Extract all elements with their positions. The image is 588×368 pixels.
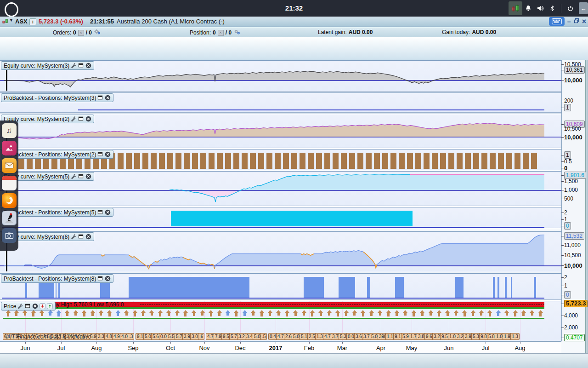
- close-panel-icon[interactable]: [85, 173, 91, 179]
- chart-panel-p5[interactable]: Equity curve: MySystem(5): [0, 171, 561, 206]
- position-bar: [217, 153, 223, 169]
- close-panel-icon[interactable]: [85, 234, 91, 240]
- axis-label: 10,500: [564, 126, 581, 132]
- trade-entry-arrow: [301, 310, 306, 317]
- minimize-icon[interactable]: –: [567, 18, 571, 25]
- quick-buy-icon[interactable]: [47, 303, 53, 309]
- close-panel-icon[interactable]: [85, 63, 91, 69]
- trade-price-badge: 1.3: [510, 333, 520, 340]
- dropdown-caret-icon[interactable]: ▼: [9, 18, 13, 23]
- trade-entry-arrow: [209, 310, 214, 317]
- panel-header[interactable]: ProBacktest - Positions: MySystem(8): [1, 274, 113, 283]
- screen: 21:32 ← ▼ ASX i 5,7: [0, 0, 588, 368]
- close-position-icon[interactable]: ×: [218, 30, 224, 36]
- trade-entry-arrow: [344, 310, 349, 317]
- detach-window-icon[interactable]: [78, 63, 84, 69]
- chart-panel-p2[interactable]: ProBacktest - Positions: MySystem(3): [0, 92, 561, 113]
- chart-panel-p7[interactable]: Equity curve: MySystem(8): [0, 231, 561, 272]
- axis-label: 10,000: [564, 262, 582, 269]
- trade-entry-arrow: [31, 310, 36, 317]
- position-bar: [209, 153, 215, 169]
- firefox-browser[interactable]: [2, 193, 17, 208]
- trade-entry-arrow: [378, 310, 383, 317]
- close-panel-icon[interactable]: [105, 95, 111, 101]
- panel-header[interactable]: ProBacktest - Positions: MySystem(3): [1, 93, 113, 102]
- position-bar: [175, 153, 181, 169]
- detach-window-icon[interactable]: [78, 173, 84, 179]
- keyboard-icon[interactable]: [549, 17, 565, 26]
- chart-panel-p8[interactable]: ProBacktest - Positions: MySystem(8): [0, 273, 561, 300]
- tray-expand-arrow-icon[interactable]: ←: [579, 2, 588, 14]
- trade-entry-arrow: [420, 310, 425, 317]
- axis-tick: [561, 219, 564, 220]
- speaker-icon[interactable]: [534, 2, 546, 15]
- orders-bar: Orders: 0 × / 0 Position: 0 × / 0 Latent…: [0, 27, 588, 38]
- settings-wrench-icon[interactable]: [71, 63, 77, 69]
- office-app[interactable]: [2, 176, 17, 190]
- bluetooth-icon[interactable]: [546, 2, 558, 15]
- quick-sell-icon[interactable]: [40, 303, 45, 309]
- system-clock[interactable]: 21:32: [0, 4, 588, 12]
- settings-wrench-icon[interactable]: [17, 303, 23, 309]
- trade-entry-arrow: [335, 310, 340, 317]
- panel-header[interactable]: Equity curve: MySystem(3): [1, 61, 94, 70]
- window-title-bar[interactable]: ▼ ASX i 5,723.3 (-0.63%) 21:31:55 Austra…: [0, 17, 588, 27]
- position-bar: [266, 153, 272, 169]
- trade-entry-arrow: [259, 310, 264, 317]
- info-icon[interactable]: i: [29, 18, 36, 25]
- position-settings-icon[interactable]: [233, 29, 241, 36]
- orders-settings-icon[interactable]: [94, 29, 101, 36]
- chart-panel-p9[interactable]: Day High 5,760.9 Low 5,696.06.17.53.11.0…: [0, 301, 561, 341]
- trade-entry-arrow: [98, 310, 103, 317]
- power-icon[interactable]: [564, 2, 576, 15]
- trade-entry-arrow: [56, 310, 61, 317]
- axis-label: 11,532: [564, 232, 584, 240]
- bell-icon[interactable]: [522, 2, 534, 15]
- music-player[interactable]: ♫: [2, 123, 17, 138]
- close-panel-icon[interactable]: [32, 303, 38, 309]
- y-axis-drag-bar[interactable]: [6, 69, 7, 91]
- x-axis[interactable]: JunJulAugSepOctNovDec2017FebMarAprMayJun…: [0, 341, 561, 354]
- close-panel-icon[interactable]: [85, 116, 91, 122]
- settings-wrench-icon[interactable]: [71, 234, 77, 240]
- chart-panel-p6[interactable]: ProBacktest - Positions: MySystem(5): [0, 207, 561, 228]
- restore-icon[interactable]: [574, 18, 579, 25]
- panel-header[interactable]: Price: [1, 302, 56, 310]
- detach-window-icon[interactable]: [97, 151, 103, 157]
- position-count2: / 0: [226, 29, 232, 36]
- close-panel-icon[interactable]: [105, 151, 111, 157]
- trade-entry-arrow: [124, 310, 129, 317]
- close-icon[interactable]: ×: [582, 18, 586, 25]
- email-client[interactable]: [2, 158, 17, 173]
- charts-area[interactable]: JunJulAugSepOctNovDec2017FebMarAprMayJun…: [0, 60, 588, 353]
- trade-price-badge: .3: [128, 333, 134, 340]
- trading-platform-java[interactable]: [2, 211, 17, 225]
- axis-label: 1: [564, 151, 571, 159]
- detach-window-icon[interactable]: [78, 234, 84, 240]
- settings-wrench-icon[interactable]: [71, 173, 77, 179]
- detach-window-icon[interactable]: [78, 116, 84, 122]
- detach-window-icon[interactable]: [97, 276, 103, 282]
- chart-panel-p4[interactable]: ProBacktest - Positions: MySystem(2): [0, 149, 561, 170]
- position-bar: [424, 153, 430, 169]
- candlestick-app-icon[interactable]: [509, 1, 522, 15]
- trade-entry-arrow: [530, 310, 535, 317]
- chart-panel-p1[interactable]: Equity curve: MySystem(3): [0, 60, 561, 92]
- image-viewer[interactable]: [2, 141, 17, 155]
- close-panel-icon[interactable]: [105, 209, 111, 215]
- x-axis-label: 2017: [269, 345, 283, 351]
- close-panel-icon[interactable]: [105, 276, 111, 282]
- screenshot-tool[interactable]: [2, 228, 17, 243]
- axis-tick: [561, 124, 564, 125]
- cancel-orders-icon[interactable]: ×: [78, 30, 84, 36]
- settings-wrench-icon[interactable]: [71, 116, 77, 122]
- detach-window-icon[interactable]: [97, 209, 103, 215]
- quote-time-label: 21:31:55: [90, 18, 114, 25]
- trade-price-badge: .5: [260, 333, 267, 340]
- axis-tick: [561, 108, 564, 108]
- detach-window-icon[interactable]: [97, 95, 103, 101]
- chart-panel-p3[interactable]: Equity curve: MySystem(2): [0, 114, 561, 148]
- detach-window-icon[interactable]: [25, 303, 31, 309]
- positions-baseline: [78, 109, 544, 110]
- position-block: [455, 277, 464, 298]
